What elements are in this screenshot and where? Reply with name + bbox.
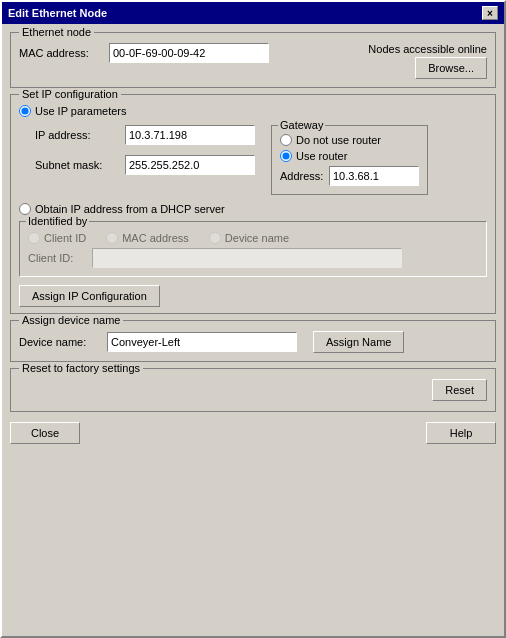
close-icon[interactable]: ×	[482, 6, 498, 20]
ip-config-group: Set IP configuration Use IP parameters I…	[10, 94, 496, 314]
browse-button[interactable]: Browse...	[415, 57, 487, 79]
client-id-radio[interactable]	[28, 232, 40, 244]
ip-address-label: IP address:	[35, 129, 125, 141]
gateway-label: Gateway	[278, 119, 325, 131]
footer-buttons: Close Help	[10, 422, 496, 444]
use-ip-radio[interactable]	[19, 105, 31, 117]
mac-address-label: MAC address:	[19, 47, 109, 59]
use-ip-label: Use IP parameters	[35, 105, 127, 117]
factory-reset-group: Reset to factory settings Reset	[10, 368, 496, 412]
close-button[interactable]: Close	[10, 422, 80, 444]
subnet-mask-label: Subnet mask:	[35, 159, 125, 171]
no-router-radio[interactable]	[280, 134, 292, 146]
router-address-label: Address:	[280, 170, 325, 182]
ip-address-input[interactable]	[125, 125, 255, 145]
router-address-input[interactable]	[329, 166, 419, 186]
help-button[interactable]: Help	[426, 422, 496, 444]
nodes-online-label: Nodes accessible online	[368, 43, 487, 55]
use-router-radio[interactable]	[280, 150, 292, 162]
subnet-mask-input[interactable]	[125, 155, 255, 175]
device-name-group-label: Assign device name	[19, 314, 123, 326]
factory-reset-label: Reset to factory settings	[19, 362, 143, 374]
assign-name-button[interactable]: Assign Name	[313, 331, 404, 353]
dhcp-label: Obtain IP address from a DHCP server	[35, 203, 225, 215]
ip-config-label: Set IP configuration	[19, 88, 121, 100]
mac-address-radio[interactable]	[106, 232, 118, 244]
device-name-radio-label: Device name	[225, 232, 289, 244]
ethernet-node-label: Ethernet node	[19, 26, 94, 38]
identified-by-group: Identified by Client ID MAC address	[19, 221, 487, 277]
nodes-online-section: Nodes accessible online Browse...	[368, 43, 487, 79]
client-id-field-label: Client ID:	[28, 252, 88, 264]
window-title: Edit Ethernet Node	[8, 7, 107, 19]
client-id-radio-label: Client ID	[44, 232, 86, 244]
device-name-radio[interactable]	[209, 232, 221, 244]
mac-address-radio-label: MAC address	[122, 232, 189, 244]
assign-ip-row: Assign IP Configuration	[19, 285, 487, 307]
device-name-group: Assign device name Device name: Assign N…	[10, 320, 496, 362]
identified-by-label: Identified by	[26, 215, 89, 227]
title-bar: Edit Ethernet Node ×	[2, 2, 504, 24]
device-name-label: Device name:	[19, 336, 99, 348]
reset-button[interactable]: Reset	[432, 379, 487, 401]
ethernet-node-group: Ethernet node MAC address: Nodes accessi…	[10, 32, 496, 88]
mac-address-input[interactable]	[109, 43, 269, 63]
gateway-group: Gateway Do not use router Use router Add…	[271, 125, 428, 195]
main-window: Edit Ethernet Node × Ethernet node MAC a…	[0, 0, 506, 638]
use-router-label: Use router	[296, 150, 347, 162]
device-name-input[interactable]	[107, 332, 297, 352]
content-area: Ethernet node MAC address: Nodes accessi…	[2, 24, 504, 636]
assign-ip-button[interactable]: Assign IP Configuration	[19, 285, 160, 307]
dhcp-radio[interactable]	[19, 203, 31, 215]
client-id-field[interactable]	[92, 248, 402, 268]
no-router-label: Do not use router	[296, 134, 381, 146]
